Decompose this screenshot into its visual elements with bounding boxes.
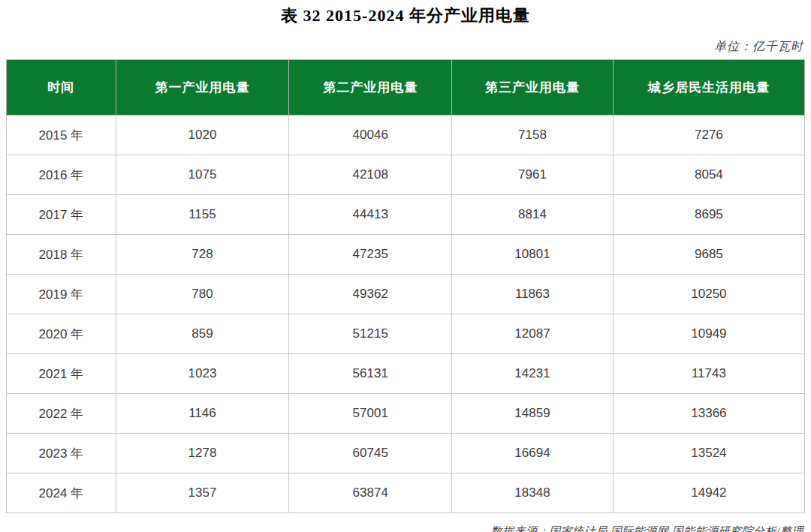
header-row: 时间第一产业用电量第二产业用电量第三产业用电量城乡居民生活用电量	[7, 60, 805, 116]
value-cell: 1023	[116, 354, 289, 394]
value-cell: 8054	[613, 155, 804, 195]
column-header-0: 时间	[7, 60, 116, 116]
electricity-table: 时间第一产业用电量第二产业用电量第三产业用电量城乡居民生活用电量 2015 年1…	[6, 59, 805, 513]
table-row: 2024 年1357638741834814942	[7, 473, 805, 513]
year-cell: 2016 年	[7, 155, 116, 195]
value-cell: 42108	[289, 155, 452, 195]
column-header-3: 第三产业用电量	[452, 60, 614, 116]
value-cell: 14859	[452, 394, 614, 434]
unit-label: 单位：亿千瓦时	[0, 39, 803, 55]
table-row: 2023 年1278607451669413524	[7, 434, 805, 473]
value-cell: 7158	[452, 116, 614, 155]
value-cell: 8814	[452, 195, 614, 235]
year-cell: 2022 年	[7, 394, 116, 434]
value-cell: 728	[116, 235, 289, 275]
value-cell: 51215	[289, 314, 452, 354]
year-cell: 2023 年	[7, 434, 116, 473]
value-cell: 10949	[613, 314, 804, 354]
value-cell: 1020	[116, 116, 289, 155]
value-cell: 8695	[613, 195, 804, 235]
value-cell: 13524	[613, 434, 804, 473]
table-row: 2017 年11554441388148695	[7, 195, 805, 235]
value-cell: 12087	[452, 314, 614, 354]
value-cell: 10250	[613, 275, 804, 314]
table-row: 2019 年780493621186310250	[7, 275, 805, 314]
table-title: 表 32 2015-2024 年分产业用电量	[0, 5, 811, 27]
year-cell: 2018 年	[7, 235, 116, 275]
table-row: 2020 年859512151208710949	[7, 314, 805, 354]
value-cell: 1155	[116, 195, 289, 235]
value-cell: 1075	[116, 155, 289, 195]
value-cell: 63874	[289, 473, 452, 513]
table-row: 2015 年10204004671587276	[7, 116, 805, 155]
value-cell: 11863	[452, 275, 614, 314]
value-cell: 44413	[289, 195, 452, 235]
value-cell: 60745	[289, 434, 452, 473]
value-cell: 859	[116, 314, 289, 354]
value-cell: 49362	[289, 275, 452, 314]
value-cell: 11743	[613, 354, 804, 394]
value-cell: 57001	[289, 394, 452, 434]
value-cell: 780	[116, 275, 289, 314]
year-cell: 2017 年	[7, 195, 116, 235]
year-cell: 2021 年	[7, 354, 116, 394]
value-cell: 47235	[289, 235, 452, 275]
value-cell: 7961	[452, 155, 614, 195]
value-cell: 16694	[452, 434, 614, 473]
value-cell: 14231	[452, 354, 614, 394]
report-page: 表 32 2015-2024 年分产业用电量 单位：亿千瓦时 时间第一产业用电量…	[0, 5, 811, 532]
column-header-2: 第二产业用电量	[289, 60, 452, 116]
value-cell: 56131	[289, 354, 452, 394]
value-cell: 10801	[452, 235, 614, 275]
value-cell: 18348	[452, 473, 614, 513]
value-cell: 1278	[116, 434, 289, 473]
value-cell: 13366	[613, 394, 804, 434]
table-body: 2015 年102040046715872762016 年10754210879…	[7, 116, 805, 513]
year-cell: 2019 年	[7, 275, 116, 314]
column-header-1: 第一产业用电量	[116, 60, 289, 116]
column-header-4: 城乡居民生活用电量	[613, 60, 804, 116]
data-source-note: 数据来源：国家统计局 国际能源网 国能能源研究院分析/整理	[0, 524, 803, 532]
table-row: 2018 年72847235108019685	[7, 235, 805, 275]
value-cell: 9685	[613, 235, 804, 275]
value-cell: 40046	[289, 116, 452, 155]
year-cell: 2015 年	[7, 116, 116, 155]
year-cell: 2020 年	[7, 314, 116, 354]
value-cell: 7276	[613, 116, 804, 155]
table-row: 2021 年1023561311423111743	[7, 354, 805, 394]
table-row: 2016 年10754210879618054	[7, 155, 805, 195]
year-cell: 2024 年	[7, 473, 116, 513]
value-cell: 14942	[613, 473, 804, 513]
table-row: 2022 年1146570011485913366	[7, 394, 805, 434]
value-cell: 1357	[116, 473, 289, 513]
value-cell: 1146	[116, 394, 289, 434]
